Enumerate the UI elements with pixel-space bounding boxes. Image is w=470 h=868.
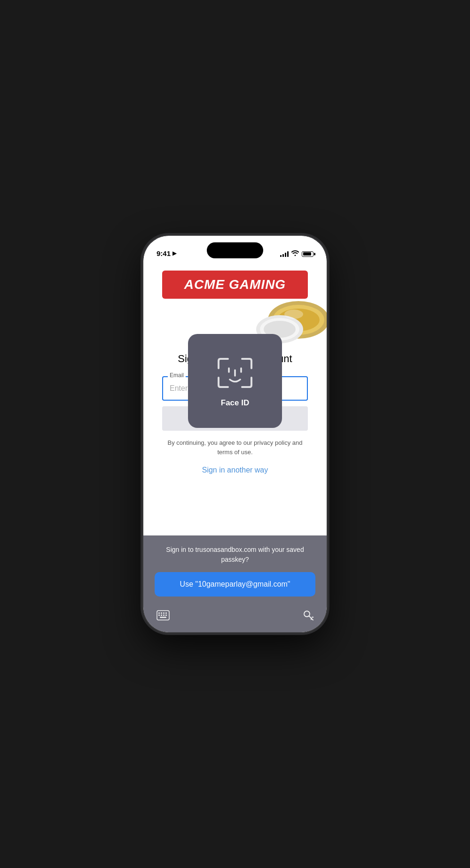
bottom-sheet: Sign in to trusonasandbox.com with your … (143, 535, 327, 606)
logo-text: ACME GAMING (184, 277, 286, 292)
logo-banner: ACME GAMING (162, 271, 308, 299)
bottom-bar (143, 606, 327, 632)
face-id-icon (214, 354, 256, 392)
email-label: Email (168, 372, 186, 379)
signal-icon (280, 251, 289, 257)
sign-in-another-link[interactable]: Sign in another way (162, 464, 308, 476)
dynamic-island (207, 242, 263, 258)
face-id-overlay: Face ID (188, 334, 282, 428)
svg-rect-15 (158, 615, 160, 616)
logo-section: ACME GAMING (143, 261, 327, 299)
app-content: ACME GAMING (143, 261, 327, 632)
svg-rect-14 (165, 612, 167, 614)
svg-rect-12 (161, 612, 162, 614)
keyboard-icon (157, 610, 170, 623)
status-icons (280, 250, 313, 257)
status-time: 9:41 ▶ (157, 249, 176, 257)
svg-rect-17 (163, 615, 164, 616)
phone-frame: 9:41 ▶ (143, 236, 327, 632)
svg-rect-13 (163, 612, 164, 614)
svg-rect-18 (165, 615, 167, 616)
svg-rect-16 (161, 615, 162, 616)
svg-rect-19 (160, 617, 166, 618)
svg-point-20 (304, 611, 310, 617)
use-passkey-button[interactable]: Use "10gameparlay@gmail.com" (155, 572, 315, 597)
wifi-icon (291, 250, 299, 257)
svg-point-6 (284, 310, 303, 319)
passkey-text: Sign in to trusonasandbox.com with your … (155, 545, 315, 565)
privacy-text: By continuing, you agree to our privacy … (162, 438, 308, 457)
location-icon: ▶ (172, 250, 176, 256)
svg-rect-11 (158, 612, 160, 614)
screen: 9:41 ▶ (143, 236, 327, 632)
key-icon (303, 610, 313, 623)
face-id-label: Face ID (221, 398, 249, 408)
battery-icon (302, 251, 313, 257)
